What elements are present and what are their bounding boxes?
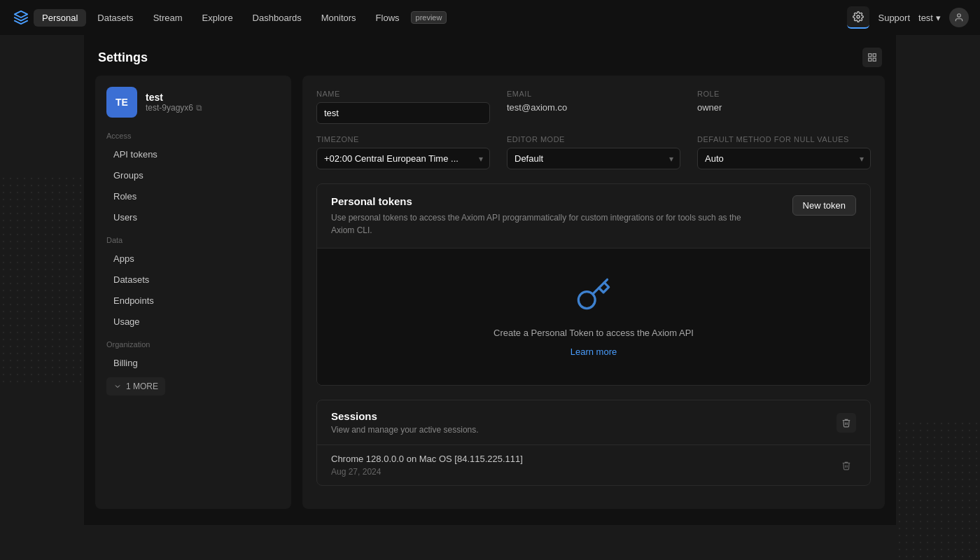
top-navigation: Personal Datasets Stream Explore Dashboa…	[0, 0, 980, 35]
name-input[interactable]	[316, 102, 490, 124]
sessions-header: Sessions View and manage your active ses…	[317, 400, 870, 444]
sidebar-data-label: Data	[106, 236, 280, 244]
editor-mode-label: EDITOR MODE	[507, 135, 680, 144]
session-row: Chrome 128.0.0.0 on Mac OS [84.115.225.1…	[317, 444, 870, 485]
sidebar-item-users[interactable]: Users	[106, 207, 280, 227]
editor-mode-select[interactable]: Default	[507, 148, 680, 169]
nav-dashboards-button[interactable]: Dashboards	[244, 9, 310, 27]
name-label: NAME	[316, 90, 490, 98]
preview-badge: preview	[411, 11, 447, 24]
session-delete-button[interactable]	[836, 456, 856, 475]
tokens-description: Use personal tokens to access the Axiom …	[331, 211, 751, 237]
sessions-title: Sessions	[331, 410, 479, 422]
null-values-select[interactable]: Auto	[697, 148, 871, 169]
role-label: ROLE	[697, 90, 871, 98]
timezone-select[interactable]: +02:00 Central European Time ...	[316, 148, 490, 169]
tokens-learn-more-link[interactable]: Learn more	[570, 346, 617, 357]
settings-body: TE test test-9yagyx6 ⧉ Access API tokens…	[84, 76, 896, 520]
new-token-button[interactable]: New token	[792, 195, 856, 216]
nav-monitors-button[interactable]: Monitors	[313, 9, 365, 27]
nav-datasets-button[interactable]: Datasets	[89, 9, 141, 27]
main-content-panel: NAME EMAIL test@axiom.co ROLE owner TIME…	[302, 76, 885, 509]
svg-point-1	[958, 14, 961, 18]
sidebar-item-groups[interactable]: Groups	[106, 165, 280, 186]
sidebar-item-billing[interactable]: Billing	[106, 353, 280, 373]
user-avatar-icon	[949, 8, 969, 27]
chevron-down-icon: ▾	[936, 13, 941, 23]
key-icon	[575, 276, 612, 319]
sidebar-item-datasets[interactable]: Datasets	[106, 270, 280, 290]
email-value: test@axiom.co	[507, 102, 680, 113]
field-group-email: EMAIL test@axiom.co	[507, 90, 680, 124]
sidebar-user-profile: TE test test-9yagyx6 ⧉	[106, 87, 280, 118]
chevron-down-icon	[113, 382, 122, 391]
sidebar-access-label: Access	[106, 132, 280, 140]
tokens-empty-state: Create a Personal Token to access the Ax…	[317, 248, 870, 385]
settings-sidebar: TE test test-9yagyx6 ⧉ Access API tokens…	[95, 76, 291, 509]
sessions-delete-all-button[interactable]	[836, 413, 856, 433]
svg-point-0	[857, 15, 860, 18]
sidebar-more-label: 1 MORE	[126, 382, 158, 391]
session-name: Chrome 128.0.0.0 on Mac OS [84.115.225.1…	[331, 454, 523, 464]
settings-title: Settings	[98, 50, 148, 65]
nav-explore-button[interactable]: Explore	[194, 9, 241, 27]
tokens-header: Personal tokens Use personal tokens to a…	[317, 184, 870, 248]
nav-personal-button[interactable]: Personal	[34, 9, 86, 27]
sidebar-item-endpoints[interactable]: Endpoints	[106, 290, 280, 311]
session-date: Aug 27, 2024	[331, 467, 523, 477]
field-group-editor-mode: EDITOR MODE Default	[507, 135, 680, 169]
session-info: Chrome 128.0.0.0 on Mac OS [84.115.225.1…	[331, 454, 523, 477]
sidebar-item-roles[interactable]: Roles	[106, 186, 280, 206]
null-values-label: DEFAULT METHOD FOR NULL VALUES	[697, 135, 871, 144]
nav-flows-container: Flows preview	[368, 9, 447, 27]
sidebar-org-label: Organization	[106, 340, 280, 349]
sidebar-item-usage[interactable]: Usage	[106, 312, 280, 332]
sidebar-avatar: TE	[106, 87, 137, 118]
email-label: EMAIL	[507, 90, 680, 98]
tokens-empty-text: Create a Personal Token to access the Ax…	[493, 328, 694, 338]
svg-rect-4	[873, 58, 876, 61]
editor-mode-select-wrapper: Default	[507, 148, 680, 169]
nav-settings-button[interactable]	[847, 6, 869, 29]
field-group-timezone: TIMEZONE +02:00 Central European Time ..…	[316, 135, 490, 169]
nav-flows-button[interactable]: Flows	[368, 9, 408, 27]
profile-section: NAME EMAIL test@axiom.co ROLE owner TIME…	[316, 90, 871, 169]
copy-userid-icon[interactable]: ⧉	[196, 103, 202, 113]
svg-rect-3	[873, 54, 876, 57]
sidebar-userid: test-9yagyx6 ⧉	[146, 103, 280, 113]
trash-icon	[841, 418, 851, 428]
sidebar-item-api-tokens[interactable]: API tokens	[106, 144, 280, 164]
field-group-role: ROLE owner	[697, 90, 871, 124]
bg-decoration-left	[0, 175, 84, 385]
timezone-select-wrapper: +02:00 Central European Time ...	[316, 148, 490, 169]
sessions-title-group: Sessions View and manage your active ses…	[331, 410, 479, 435]
personal-tokens-section: Personal tokens Use personal tokens to a…	[316, 183, 871, 386]
settings-header: Settings	[84, 35, 896, 76]
role-value: owner	[697, 102, 871, 113]
field-group-name: NAME	[316, 90, 490, 124]
nav-support-button[interactable]: Support	[878, 13, 910, 23]
sidebar-more-button[interactable]: 1 MORE	[106, 377, 165, 396]
axiom-logo[interactable]	[11, 8, 31, 27]
sessions-section: Sessions View and manage your active ses…	[316, 400, 871, 486]
nav-user-label: test	[918, 13, 933, 23]
tokens-title: Personal tokens	[331, 195, 751, 207]
sessions-description: View and manage your active sessions.	[331, 425, 479, 435]
sidebar-user-info: test test-9yagyx6 ⧉	[146, 92, 280, 113]
field-group-null-values: DEFAULT METHOD FOR NULL VALUES Auto	[697, 135, 871, 169]
nav-right-section: Support test ▾	[847, 6, 969, 29]
main-area: Settings TE test test-9yagyx6 ⧉	[84, 35, 896, 525]
sidebar-item-apps[interactable]: Apps	[106, 248, 280, 269]
svg-rect-2	[869, 54, 872, 57]
nav-user-button[interactable]: test ▾	[918, 13, 941, 23]
session-trash-icon	[841, 461, 851, 470]
tokens-header-text: Personal tokens Use personal tokens to a…	[331, 195, 751, 237]
timezone-label: TIMEZONE	[316, 135, 490, 144]
nav-stream-button[interactable]: Stream	[145, 9, 191, 27]
bg-decoration-right	[896, 420, 980, 560]
sidebar-username: test	[146, 92, 280, 103]
settings-expand-button[interactable]	[862, 48, 882, 67]
null-values-select-wrapper: Auto	[697, 148, 871, 169]
svg-rect-5	[869, 58, 872, 61]
